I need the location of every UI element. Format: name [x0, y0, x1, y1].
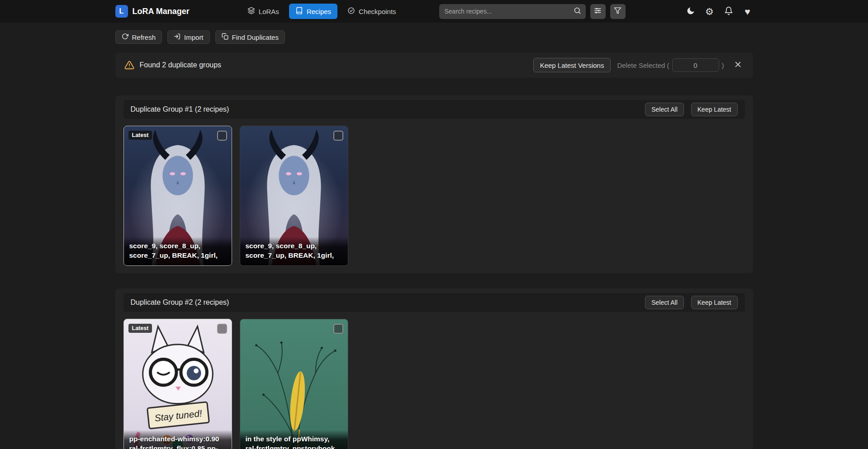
search-group — [439, 4, 626, 19]
bell-icon — [724, 6, 733, 17]
app-logo: L — [115, 5, 128, 18]
selected-count-input[interactable] — [672, 58, 719, 72]
find-duplicates-button-label: Find Duplicates — [232, 33, 279, 41]
warning-icon — [124, 60, 134, 70]
check-circle-icon — [347, 7, 355, 16]
search-input[interactable] — [439, 4, 586, 19]
navbar-right-icons: ⚙ ♥ — [685, 6, 753, 17]
find-duplicates-button[interactable]: Find Duplicates — [215, 30, 285, 44]
recipe-checkbox[interactable] — [217, 324, 227, 334]
book-icon — [295, 7, 303, 16]
recipe-checkbox[interactable] — [333, 324, 343, 334]
duplicates-banner: Found 2 duplicate groups Keep Latest Ver… — [115, 52, 753, 78]
recipe-caption: in the style of ppWhimsy, ral-frctlgmtry… — [240, 430, 348, 449]
recipe-checkbox[interactable] — [217, 131, 227, 141]
settings-button[interactable]: ⚙ — [704, 6, 715, 17]
group-2-cards: Stay tuned! Latest pp-enchanted-whimsy:0… — [123, 319, 745, 449]
sliders-icon — [594, 7, 602, 16]
copy-icon — [222, 33, 228, 41]
group-2-actions: Select All Keep Latest — [645, 296, 737, 309]
duplicate-group-2: Duplicate Group #2 (2 recipes) Select Al… — [115, 288, 753, 449]
duplicate-group-1: Duplicate Group #1 (2 recipes) Select Al… — [115, 95, 753, 273]
app-logo-letter: L — [119, 7, 124, 15]
recipe-card[interactable]: Latest score_9, score_8_up, score_7_up, … — [123, 126, 232, 266]
banner-actions: Keep Latest Versions Delete Selected ( ) — [533, 58, 744, 72]
refresh-icon — [122, 33, 128, 41]
gear-icon: ⚙ — [705, 7, 714, 16]
delete-selected-control: Delete Selected ( ) — [617, 58, 724, 72]
import-button[interactable]: Import — [167, 30, 210, 44]
delete-selected-label-prefix: Delete Selected ( — [617, 61, 669, 69]
recipe-artwork: Stay tuned! — [124, 319, 232, 449]
group-1-select-all-button[interactable]: Select All — [645, 103, 684, 116]
close-icon — [734, 61, 742, 70]
recipe-caption: pp-enchanted-whimsy:0.90 ral-frctlgmtry_… — [124, 430, 232, 449]
import-button-label: Import — [184, 33, 204, 41]
heart-icon: ♥ — [745, 7, 750, 16]
search-box — [439, 4, 586, 19]
latest-badge: Latest — [128, 131, 152, 140]
group-1-title: Duplicate Group #1 (2 recipes) — [131, 105, 229, 113]
group-2-title: Duplicate Group #2 (2 recipes) — [131, 298, 229, 307]
tab-loras-label: LoRAs — [259, 8, 279, 15]
banner-close-button[interactable] — [732, 59, 744, 71]
search-button[interactable] — [570, 5, 585, 18]
search-icon — [574, 7, 581, 16]
tab-checkpoints[interactable]: Checkpoints — [341, 4, 403, 19]
group-1-header: Duplicate Group #1 (2 recipes) Select Al… — [123, 100, 745, 119]
main-nav: LoRAs Recipes Checkpoints — [241, 4, 403, 19]
tab-checkpoints-label: Checkpoints — [359, 8, 396, 15]
group-1-keep-latest-button[interactable]: Keep Latest — [691, 103, 738, 116]
group-1-actions: Select All Keep Latest — [645, 103, 737, 116]
theme-toggle-button[interactable] — [685, 6, 696, 17]
refresh-button[interactable]: Refresh — [115, 30, 162, 44]
refresh-button-label: Refresh — [132, 33, 156, 41]
recipe-card[interactable]: Stay tuned! Latest pp-enchanted-whimsy:0… — [123, 319, 232, 449]
group-2-select-all-button[interactable]: Select All — [645, 296, 684, 309]
sort-options-button[interactable] — [590, 4, 606, 19]
recipe-card[interactable]: score_9, score_8_up, score_7_up, BREAK, … — [240, 126, 348, 266]
import-icon — [174, 33, 180, 41]
group-2-header: Duplicate Group #2 (2 recipes) Select Al… — [123, 293, 745, 312]
banner-message-wrap: Found 2 duplicate groups — [124, 60, 222, 70]
tab-recipes[interactable]: Recipes — [289, 4, 337, 19]
navbar: L LoRA Manager LoRAs Recipes C — [0, 0, 868, 23]
recipe-caption: score_9, score_8_up, score_7_up, BREAK, … — [240, 237, 348, 265]
layers-icon — [247, 7, 255, 16]
moon-icon — [686, 6, 695, 17]
keep-latest-versions-button[interactable]: Keep Latest Versions — [533, 58, 611, 72]
toolbar: Refresh Import Find Duplicates — [115, 30, 753, 44]
recipe-card[interactable]: in the style of ppWhimsy, ral-frctlgmtry… — [240, 319, 348, 449]
main-content: Refresh Import Find Duplicates Found 2 d… — [115, 30, 753, 449]
app-title: LoRA Manager — [133, 7, 190, 16]
group-1-cards: Latest score_9, score_8_up, score_7_up, … — [123, 126, 745, 266]
group-2-keep-latest-button[interactable]: Keep Latest — [691, 296, 738, 309]
latest-badge: Latest — [128, 324, 152, 333]
tab-recipes-label: Recipes — [307, 8, 331, 15]
notifications-button[interactable] — [723, 6, 734, 17]
brand: L LoRA Manager — [115, 5, 190, 18]
funnel-icon — [614, 7, 621, 16]
filter-button[interactable] — [610, 4, 626, 19]
delete-selected-label-suffix: ) — [722, 61, 724, 69]
support-button[interactable]: ♥ — [742, 6, 753, 17]
banner-message: Found 2 duplicate groups — [140, 61, 222, 69]
recipe-caption: score_9, score_8_up, score_7_up, BREAK, … — [124, 237, 232, 265]
recipe-artwork — [240, 319, 348, 449]
recipe-checkbox[interactable] — [333, 131, 343, 141]
tab-loras[interactable]: LoRAs — [241, 4, 285, 19]
